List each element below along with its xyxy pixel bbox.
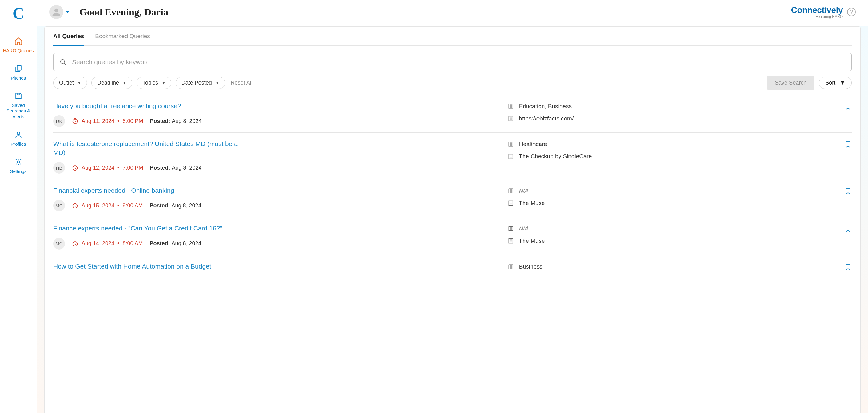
- query-topics: Healthcare: [508, 141, 832, 147]
- sort-button[interactable]: Sort ▼: [819, 77, 852, 89]
- bookmark-button[interactable]: [844, 225, 852, 249]
- svg-line-5: [64, 63, 66, 65]
- filter-topics[interactable]: Topics ▼: [136, 77, 171, 89]
- tab-all-queries[interactable]: All Queries: [53, 33, 84, 46]
- query-row: Financial experts needed - Online bankin…: [53, 179, 852, 217]
- chevron-down-icon: ▼: [162, 81, 165, 85]
- chip-label: Outlet: [59, 79, 74, 86]
- chip-label: Topics: [143, 79, 158, 86]
- nav-haro-queries[interactable]: HARO Queries: [0, 36, 37, 54]
- header: Good Evening, Daria Connectively Featuri…: [37, 0, 868, 27]
- posted-date: Aug 8, 2024: [172, 118, 202, 124]
- search-input[interactable]: [72, 58, 845, 66]
- stopwatch-icon: [72, 164, 79, 171]
- tab-bookmarked-queries[interactable]: Bookmarked Queries: [95, 33, 150, 46]
- deadline: Aug 15, 2024 • 9:00 AM: [72, 202, 143, 209]
- deadline-time: 9:00 AM: [122, 203, 143, 209]
- nav-label: Settings: [10, 169, 27, 175]
- building-icon: [508, 200, 514, 206]
- query-row: What is testosterone replacement? United…: [53, 133, 852, 179]
- deadline: Aug 14, 2024 • 8:00 AM: [72, 240, 143, 247]
- book-icon: [508, 264, 514, 270]
- content-card: All Queries Bookmarked Queries Outlet ▼ …: [44, 27, 861, 413]
- query-list: Have you bought a freelance writing cour…: [53, 95, 852, 277]
- building-icon: [508, 238, 514, 244]
- posted-date: Aug 8, 2024: [172, 165, 202, 171]
- deadline-date: Aug 15, 2024: [82, 203, 115, 209]
- posted: Posted: Aug 8, 2024: [150, 203, 201, 209]
- help-icon[interactable]: ?: [847, 8, 856, 16]
- query-row: Have you bought a freelance writing cour…: [53, 95, 852, 133]
- chip-label: Deadline: [97, 79, 119, 86]
- query-topics: N/A: [508, 225, 832, 232]
- bookmark-button[interactable]: [844, 140, 852, 174]
- nav-label: Pitches: [11, 75, 26, 81]
- chevron-down-icon: [66, 11, 69, 13]
- filter-deadline[interactable]: Deadline ▼: [91, 77, 132, 89]
- building-icon: [508, 115, 514, 122]
- sidebar: C HARO Queries Pitches Saved Searches & …: [0, 0, 37, 413]
- book-icon: [508, 141, 514, 147]
- search-box[interactable]: [53, 53, 852, 71]
- author-initials: HB: [53, 162, 65, 174]
- query-title[interactable]: What is testosterone replacement? United…: [53, 139, 244, 157]
- chevron-down-icon: ▼: [840, 79, 845, 86]
- filter-row: Outlet ▼ Deadline ▼ Topics ▼ Date Posted…: [53, 76, 852, 95]
- posted: Posted: Aug 8, 2024: [150, 165, 202, 171]
- posted-date: Aug 8, 2024: [171, 203, 201, 209]
- posted: Posted: Aug 8, 2024: [150, 240, 201, 247]
- nav-label: Profiles: [10, 141, 26, 147]
- query-title[interactable]: How to Get Started with Home Automation …: [53, 262, 244, 271]
- bookmark-button[interactable]: [844, 102, 852, 127]
- posted: Posted: Aug 8, 2024: [150, 118, 202, 125]
- book-icon: [508, 103, 514, 109]
- svg-point-1: [17, 132, 20, 135]
- posted-date: Aug 8, 2024: [171, 240, 201, 246]
- save-search-button[interactable]: Save Search: [767, 76, 814, 90]
- copy-icon: [13, 64, 23, 73]
- nav-pitches[interactable]: Pitches: [0, 64, 37, 81]
- bookmark-button[interactable]: [844, 187, 852, 211]
- deadline-date: Aug 12, 2024: [82, 165, 115, 171]
- author-initials: MC: [53, 200, 65, 211]
- main: Good Evening, Daria Connectively Featuri…: [37, 0, 868, 413]
- user-menu[interactable]: [49, 5, 69, 19]
- nav-saved-searches[interactable]: Saved Searches & Alerts: [0, 91, 37, 120]
- query-outlet: https://ebizfacts.com/: [508, 115, 832, 122]
- deadline-time: 8:00 PM: [122, 118, 143, 125]
- filter-date-posted[interactable]: Date Posted ▼: [176, 77, 225, 89]
- tabs: All Queries Bookmarked Queries: [53, 27, 852, 46]
- query-row: How to Get Started with Home Automation …: [53, 255, 852, 277]
- brand-block: Connectively Featuring HARO: [791, 5, 843, 19]
- svg-point-3: [55, 9, 58, 12]
- building-icon: [508, 153, 514, 160]
- svg-point-2: [17, 161, 20, 163]
- nav-label: HARO Queries: [3, 48, 33, 54]
- filter-outlet[interactable]: Outlet ▼: [53, 77, 87, 89]
- avatar: [49, 5, 63, 19]
- author-initials: DK: [53, 115, 65, 127]
- bookmark-button[interactable]: [844, 263, 852, 271]
- query-row: Finance experts needed - "Can You Get a …: [53, 217, 852, 255]
- chevron-down-icon: ▼: [216, 81, 219, 85]
- nav-settings[interactable]: Settings: [0, 157, 37, 175]
- query-title[interactable]: Have you bought a freelance writing cour…: [53, 102, 244, 110]
- query-outlet: The Muse: [508, 238, 832, 244]
- query-outlet: The Muse: [508, 200, 832, 207]
- chevron-down-icon: ▼: [78, 81, 81, 85]
- chip-label: Date Posted: [182, 79, 212, 86]
- chip-label: Sort: [825, 79, 835, 86]
- svg-rect-7: [509, 116, 513, 121]
- reset-all-button[interactable]: Reset All: [231, 79, 252, 86]
- query-topics: Education, Business: [508, 103, 832, 110]
- nav-profiles[interactable]: Profiles: [0, 130, 37, 147]
- deadline: Aug 12, 2024 • 7:00 PM: [72, 164, 143, 171]
- deadline-time: 8:00 AM: [122, 240, 143, 247]
- svg-point-4: [61, 60, 65, 64]
- deadline: Aug 11, 2024 • 8:00 PM: [72, 118, 143, 125]
- query-title[interactable]: Finance experts needed - "Can You Get a …: [53, 224, 244, 233]
- book-icon: [508, 188, 514, 194]
- nav-label: Saved Searches & Alerts: [2, 103, 35, 120]
- query-title[interactable]: Financial experts needed - Online bankin…: [53, 186, 244, 195]
- brand-name: Connectively: [791, 5, 843, 15]
